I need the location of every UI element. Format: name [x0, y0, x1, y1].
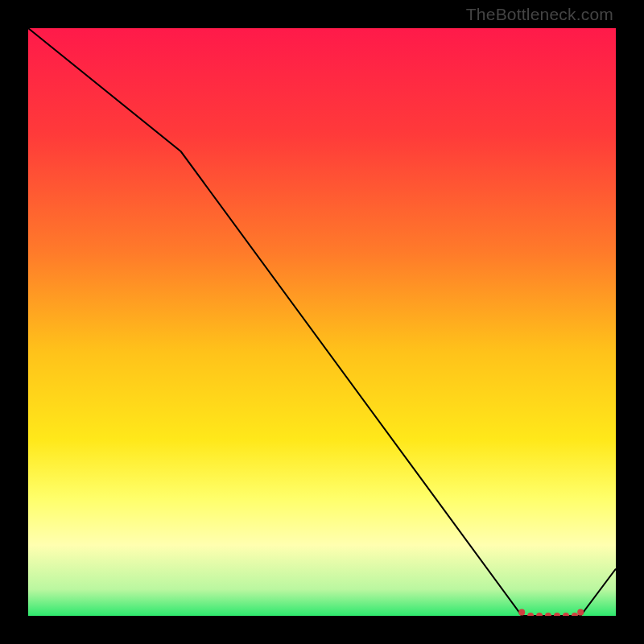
data-marker [577, 609, 584, 616]
data-marker [536, 613, 543, 616]
watermark-text: TheBottleneck.com [466, 5, 613, 24]
curve-line [28, 28, 616, 616]
chart-frame: TheBottleneck.com [0, 0, 644, 644]
data-marker [572, 613, 578, 616]
chart-line [28, 28, 616, 616]
data-marker [518, 609, 525, 616]
plot-area [28, 28, 616, 616]
data-marker [545, 613, 551, 616]
chart-overlay [28, 28, 616, 616]
data-marker [527, 613, 534, 616]
data-marker [554, 613, 560, 616]
chart-markers [518, 609, 584, 616]
data-marker [563, 613, 569, 616]
